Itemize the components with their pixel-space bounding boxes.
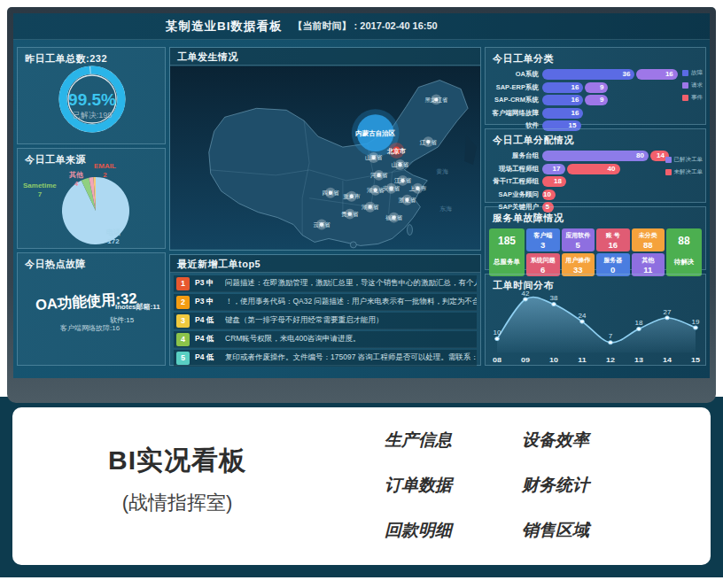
data-point[interactable] (495, 337, 500, 341)
bar-track: 18 (542, 176, 702, 187)
svg-text:云南省: 云南省 (313, 221, 330, 228)
sea-label: 东海 (439, 205, 452, 213)
ticket-row[interactable]: 1P3 中问题描述：在即激励管理，激励汇总里，导这个销售中心的激励汇总，有个人（… (174, 275, 477, 292)
panel-ticket-classify: 今日工单分类 OA系统3616SAP-ERP系统169SAP-CRM系统169客… (485, 47, 706, 125)
bar-label: SAP-CRM系统 (489, 96, 542, 104)
legend-item[interactable]: 未解决工单 (665, 168, 704, 176)
hainan-island (350, 242, 356, 248)
area-fill (497, 298, 696, 353)
legend-swatch (682, 70, 688, 76)
legend-item[interactable]: 请求 (682, 81, 703, 89)
legend-item[interactable]: 故障 (682, 69, 703, 77)
link-order-data[interactable]: 订单数据 (385, 474, 522, 497)
bar-segment[interactable]: 10 (542, 190, 556, 200)
panel-title: 今日工单分配情况 (486, 129, 705, 149)
dashboard-monitor: 某制造业BI数据看板 【当前时间】 : 2017-02-40 16:50 昨日工… (7, 7, 716, 403)
data-point[interactable] (637, 327, 641, 330)
resolution-percent: 99.5% (48, 90, 136, 110)
fault-tile: 账 号16 (596, 228, 630, 251)
pie-label-other: 其他 4 (69, 171, 83, 189)
svg-text:福建省: 福建省 (385, 214, 403, 221)
classify-bar-chart: OA系统3616SAP-ERP系统169SAP-CRM系统169客户端网络故障1… (486, 67, 705, 131)
classify-legend: 故障请求事件 (682, 69, 703, 102)
svg-text:安徽省: 安徽省 (383, 185, 400, 192)
bar-label: OA系统 (489, 70, 542, 79)
data-point[interactable] (694, 326, 698, 329)
link-sales-region[interactable]: 销售区域 (522, 519, 659, 542)
bar-label: 客户端网络故障 (489, 109, 542, 118)
bar-segment[interactable]: 17 (542, 164, 565, 174)
legend-item[interactable]: 事件 (682, 94, 703, 102)
priority-label: P4 低 (195, 315, 225, 326)
panel-time-distribution: 工单时间分布 1008420938102411712181327141915 (485, 274, 706, 366)
pie-label-email: EMAIL 2 (94, 162, 116, 180)
bar-row: 骨干IT工程师组18 (489, 176, 702, 187)
svg-text:湖北省: 湖北省 (367, 187, 385, 194)
footer-title: BI实况看板 (44, 443, 310, 479)
point-value: 27 (664, 308, 672, 315)
bar-label: 服务台组 (489, 151, 542, 160)
fault-tile: 未分类88 (632, 228, 665, 251)
rank-badge: 3 (176, 314, 190, 328)
panel-service-faults: 服务单故障情况 185 总服务单 客户端3应用软件5账 号16未分类88系统问题… (485, 206, 706, 270)
priority-label: P3 中 (195, 297, 225, 307)
bar-row: SAP-ERP系统169 (489, 82, 702, 93)
ticket-row[interactable]: 3P4 低键盘（第一排字母不好用经常需要重启才能用） (174, 313, 477, 329)
point-value: 42 (522, 290, 530, 297)
svg-text:山西省: 山西省 (365, 154, 383, 161)
assign-legend: 已解决工单未解决工单 (665, 156, 704, 176)
bar-segment[interactable]: 36 (542, 69, 634, 80)
bar-segment[interactable]: 18 (542, 176, 566, 187)
bar-row: OA系统3616 (489, 69, 702, 80)
rank-badge: 2 (176, 296, 190, 309)
fault-category-grid: 客户端3应用软件5账 号16未分类88系统问题6用户操作33服务器0其他11 (526, 228, 665, 276)
footer-card: BI实况看板 (战情指挥室) 生产信息 设备效率 订单数据 财务统计 回款明细 … (12, 407, 711, 565)
ticket-row[interactable]: 5P4 低复印或者作废操作。文件编号：175097 咨询工程师是否可以处理。需联… (174, 350, 477, 367)
panel-ticket-map: 工单发生情况 内蒙古自治区北京市黑龙江省辽宁省山西省山东省河南省江苏省上海市安 (169, 47, 481, 251)
bar-segment[interactable]: 40 (567, 164, 620, 174)
ticket-row[interactable]: 2P3 中！，使用事务代码：QA32 问题描述：用户来电表示有一批物料，判定为不… (174, 294, 477, 311)
panel-ticket-source: 今日工单来源 EMAIL 2 其他 4 Sametime 7 电话 172 (17, 148, 166, 249)
x-tick-label: 12 (606, 356, 615, 364)
bar-segment[interactable]: 80 (542, 151, 649, 161)
x-tick-label: 13 (634, 356, 643, 364)
bar-segment[interactable]: 16 (636, 69, 677, 80)
bar-segment[interactable]: 9 (585, 82, 608, 93)
taiwan-island (407, 225, 412, 236)
priority-label: P4 低 (195, 352, 225, 363)
bar-segment[interactable]: 16 (542, 108, 583, 119)
data-point[interactable] (665, 316, 670, 320)
priority-label: P3 中 (195, 278, 225, 289)
bar-segment[interactable]: 9 (585, 95, 608, 105)
point-value: 38 (550, 295, 558, 302)
bar-segment[interactable]: 16 (542, 82, 583, 93)
resolved-count: 已解决:199 (48, 110, 136, 121)
fault-tiles: 185 总服务单 客户端3应用软件5账 号16未分类88系统问题6用户操作33服… (486, 227, 705, 276)
bar-track: 16 (542, 108, 702, 119)
data-point[interactable] (580, 320, 585, 323)
data-point[interactable] (552, 303, 556, 306)
link-production-info[interactable]: 生产信息 (385, 429, 522, 452)
link-equipment-efficiency[interactable]: 设备效率 (522, 429, 659, 452)
x-tick-label: 09 (521, 356, 530, 364)
legend-item[interactable]: 已解决工单 (665, 156, 704, 164)
ticket-row[interactable]: 4P4 低CRM账号权限，来电400咨询申请进度。 (174, 331, 477, 348)
svg-text:山东省: 山东省 (392, 161, 409, 168)
link-payment-detail[interactable]: 回款明细 (385, 519, 522, 542)
footer-links: 生产信息 设备效率 订单数据 财务统计 回款明细 销售区域 (385, 429, 659, 542)
bar-row: SAP-CRM系统169 (489, 95, 702, 105)
bar-row: 客户端网络故障16 (489, 108, 702, 119)
point-value: 7 (609, 333, 612, 340)
data-point[interactable] (524, 298, 528, 301)
footer-brand: BI实况看板 (战情指挥室) (44, 443, 310, 516)
bar-segment[interactable]: 16 (542, 95, 583, 105)
svg-text:湖南省: 湖南省 (362, 204, 379, 211)
data-point[interactable] (609, 341, 613, 344)
bar-row: SAP业务顾问10 (489, 190, 702, 200)
bar-track: 169 (542, 82, 702, 93)
panel-title: 服务单故障情况 (486, 207, 705, 227)
svg-text:河南省: 河南省 (370, 172, 388, 179)
bi-dashboard-page: 某制造业BI数据看板 【当前时间】 : 2017-02-40 16:50 昨日工… (0, 0, 723, 588)
link-finance-stats[interactable]: 财务统计 (522, 474, 659, 497)
legend-swatch (665, 169, 672, 175)
